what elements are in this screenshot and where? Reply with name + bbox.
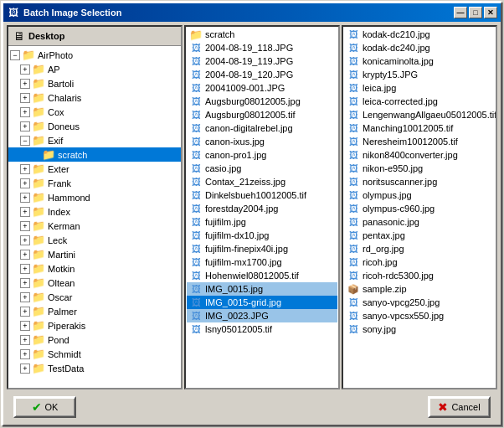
file-item-r13[interactable]: 🖼olympus.jpg bbox=[344, 188, 495, 202]
file-item-f15[interactable]: 🖼fujifilm-dx10.jpg bbox=[187, 229, 337, 242]
folder-tree[interactable]: −📁AirPhoto+📁AP+📁Bartoli+📁Chalaris+📁Cox+📁… bbox=[8, 46, 181, 388]
minimize-button[interactable]: — bbox=[454, 7, 467, 18]
file-item-f14[interactable]: 🖼fujifilm.jpg bbox=[187, 215, 337, 229]
file-item-r3[interactable]: 🖼konicaminolta.jpg bbox=[344, 54, 495, 68]
tree-item-doneus[interactable]: +📁Doneus bbox=[8, 119, 181, 133]
file-item-r10[interactable]: 🖼nikon8400converter.jpg bbox=[344, 148, 495, 162]
expand-btn-bartoli[interactable]: + bbox=[20, 79, 30, 89]
file-item-r5[interactable]: 🖼leica.jpg bbox=[344, 81, 495, 95]
file-item-r22[interactable]: 🖼sanyo-vpcsx550.jpg bbox=[344, 309, 495, 322]
file-item-f9[interactable]: 🖼canon-pro1.jpg bbox=[187, 148, 337, 162]
tree-item-bartoli[interactable]: +📁Bartoli bbox=[8, 76, 181, 90]
tree-item-ap[interactable]: +📁AP bbox=[8, 62, 181, 76]
expand-btn-motkin[interactable]: + bbox=[20, 264, 30, 274]
file-item-f16[interactable]: 🖼fujifilm-finepix40i.jpg bbox=[187, 242, 337, 255]
file-item-r14[interactable]: 🖼olympus-c960.jpg bbox=[344, 202, 495, 215]
maximize-button[interactable]: □ bbox=[469, 7, 482, 18]
expand-btn-hammond[interactable]: + bbox=[20, 193, 30, 203]
expand-btn-kerman[interactable]: + bbox=[20, 221, 30, 231]
file-item-scratch_folder[interactable]: 📁scratch bbox=[187, 28, 337, 41]
file-item-f19[interactable]: 🖼IMG_0015.jpg bbox=[187, 282, 337, 296]
file-item-r8[interactable]: 🖼Manching10012005.tif bbox=[344, 121, 495, 135]
tree-item-oltean[interactable]: +📁Oltean bbox=[8, 276, 181, 290]
tree-item-piperakis[interactable]: +📁Piperakis bbox=[8, 318, 181, 333]
tree-item-index[interactable]: +📁Index bbox=[8, 204, 181, 219]
expand-btn-chalaris[interactable]: + bbox=[20, 93, 30, 103]
expand-btn-cox[interactable]: + bbox=[20, 107, 30, 117]
file-item-r7[interactable]: 🖼LengenwangAllgaeu05012005.tif bbox=[344, 108, 495, 121]
file-item-f5[interactable]: 🖼Augsburg08012005.jpg bbox=[187, 95, 337, 108]
file-item-f6[interactable]: 🖼Augsburg08012005.tif bbox=[187, 108, 337, 121]
file-item-f4[interactable]: 🖼20041009-001.JPG bbox=[187, 81, 337, 95]
tree-item-palmer[interactable]: +📁Palmer bbox=[8, 304, 181, 318]
file-item-r12[interactable]: 🖼noritsuscanner.jpg bbox=[344, 175, 495, 188]
tree-item-scratch[interactable]: 📁scratch bbox=[8, 147, 181, 162]
expand-btn-oltean[interactable]: + bbox=[20, 278, 30, 288]
file-item-f18[interactable]: 🖼Hohenwiel08012005.tif bbox=[187, 269, 337, 282]
file-item-r2[interactable]: 🖼kodak-dc240.jpg bbox=[344, 41, 495, 54]
file-item-f13[interactable]: 🖼forestday2004.jpg bbox=[187, 202, 337, 215]
expand-btn-doneus[interactable]: + bbox=[20, 121, 30, 131]
file-item-f7[interactable]: 🖼canon-digitalrebel.jpg bbox=[187, 121, 337, 135]
expand-btn-piperakis[interactable]: + bbox=[20, 321, 30, 331]
expand-btn-exif[interactable]: − bbox=[20, 136, 30, 146]
tree-item-pond[interactable]: +📁Pond bbox=[8, 333, 181, 347]
expand-btn-pond[interactable]: + bbox=[20, 335, 30, 345]
file-item-r15[interactable]: 🖼panasonic.jpg bbox=[344, 215, 495, 229]
file-item-r20[interactable]: 📦sample.zip bbox=[344, 282, 495, 296]
file-item-r9[interactable]: 🖼Neresheim10012005.tif bbox=[344, 135, 495, 148]
tree-item-chalaris[interactable]: +📁Chalaris bbox=[8, 90, 181, 105]
file-list-right[interactable]: 🖼kodak-dc210.jpg🖼kodak-dc240.jpg🖼konicam… bbox=[342, 25, 497, 389]
tree-item-cox[interactable]: +📁Cox bbox=[8, 105, 181, 119]
file-item-f8[interactable]: 🖼canon-ixus.jpg bbox=[187, 135, 337, 148]
expand-btn-index[interactable]: + bbox=[20, 207, 30, 217]
expand-btn-airphoto[interactable]: − bbox=[10, 50, 20, 60]
file-item-f17[interactable]: 🖼fujifilm-mx1700.jpg bbox=[187, 255, 337, 269]
file-item-r17[interactable]: 🖼rd_org.jpg bbox=[344, 242, 495, 255]
file-item-r1[interactable]: 🖼kodak-dc210.jpg bbox=[344, 28, 495, 41]
tree-item-hammond[interactable]: +📁Hammond bbox=[8, 190, 181, 204]
expand-btn-ap[interactable]: + bbox=[20, 64, 30, 75]
tree-item-airphoto[interactable]: −📁AirPhoto bbox=[8, 48, 181, 62]
close-button[interactable]: ✕ bbox=[484, 7, 497, 18]
file-item-r23[interactable]: 🖼sony.jpg bbox=[344, 322, 495, 336]
file-item-f22[interactable]: 🖼lsny05012005.tif bbox=[187, 322, 337, 336]
cancel-button[interactable]: ✖ Cancel bbox=[428, 396, 491, 418]
file-item-r21[interactable]: 🖼sanyo-vpcg250.jpg bbox=[344, 296, 495, 309]
expand-btn-martini[interactable]: + bbox=[20, 250, 30, 260]
tree-item-exter[interactable]: +📁Exter bbox=[8, 162, 181, 176]
desktop-header[interactable]: 🖥 Desktop bbox=[8, 27, 181, 46]
expand-btn-frank[interactable]: + bbox=[20, 178, 30, 188]
file-item-f3[interactable]: 🖼2004-08-19_120.JPG bbox=[187, 68, 337, 81]
expand-btn-exter[interactable]: + bbox=[20, 164, 30, 174]
file-item-f10[interactable]: 🖼casio.jpg bbox=[187, 162, 337, 175]
file-item-r19[interactable]: 🖼ricoh-rdc5300.jpg bbox=[344, 269, 495, 282]
ok-button[interactable]: ✔ OK bbox=[13, 396, 76, 418]
expand-btn-testdata[interactable]: + bbox=[20, 364, 30, 374]
file-item-f11[interactable]: 🖼Contax_21zeiss.jpg bbox=[187, 175, 337, 188]
file-item-f2[interactable]: 🖼2004-08-19_119.JPG bbox=[187, 54, 337, 68]
tree-item-leck[interactable]: +📁Leck bbox=[8, 233, 181, 247]
file-item-r6[interactable]: 🖼leica-corrected.jpg bbox=[344, 95, 495, 108]
tree-item-frank[interactable]: +📁Frank bbox=[8, 176, 181, 190]
expand-btn-palmer[interactable]: + bbox=[20, 307, 30, 317]
file-item-r11[interactable]: 🖼nikon-e950.jpg bbox=[344, 162, 495, 175]
file-item-f20[interactable]: 🖼IMG_0015-grid.jpg bbox=[187, 296, 337, 309]
file-item-f12[interactable]: 🖼Dinkelsbueh10012005.tif bbox=[187, 188, 337, 202]
tree-item-exif[interactable]: −📁Exif bbox=[8, 133, 181, 147]
expand-btn-oscar[interactable]: + bbox=[20, 292, 30, 302]
tree-item-kerman[interactable]: +📁Kerman bbox=[8, 219, 181, 233]
expand-btn-schmidt[interactable]: + bbox=[20, 349, 30, 359]
file-item-r16[interactable]: 🖼pentax.jpg bbox=[344, 229, 495, 242]
tree-item-testdata[interactable]: +📁TestData bbox=[8, 361, 181, 375]
file-item-f21[interactable]: 🖼IMG_0023.JPG bbox=[187, 309, 337, 322]
file-item-r4[interactable]: 🖼krypty15.JPG bbox=[344, 68, 495, 81]
tree-item-martini[interactable]: +📁Martini bbox=[8, 247, 181, 261]
file-list-left[interactable]: 📁scratch🖼2004-08-19_118.JPG🖼2004-08-19_1… bbox=[184, 25, 340, 389]
file-item-f1[interactable]: 🖼2004-08-19_118.JPG bbox=[187, 41, 337, 54]
tree-item-schmidt[interactable]: +📁Schmidt bbox=[8, 347, 181, 361]
expand-btn-leck[interactable]: + bbox=[20, 235, 30, 245]
tree-item-motkin[interactable]: +📁Motkin bbox=[8, 261, 181, 276]
file-item-r18[interactable]: 🖼ricoh.jpg bbox=[344, 255, 495, 269]
tree-item-oscar[interactable]: +📁Oscar bbox=[8, 290, 181, 304]
